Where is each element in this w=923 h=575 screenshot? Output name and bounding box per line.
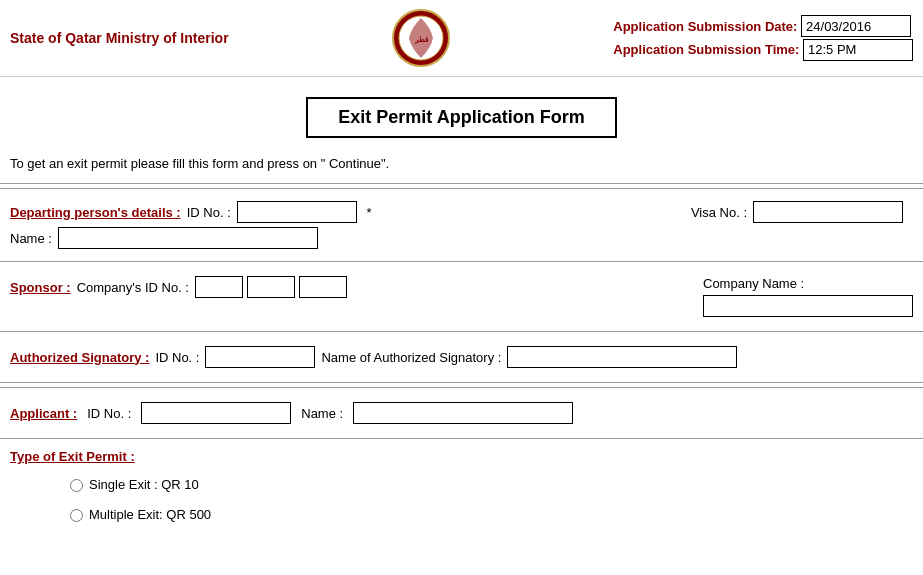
header: State of Qatar Ministry of Interior قطر …: [0, 0, 923, 77]
departing-id-input[interactable]: [237, 201, 357, 223]
departing-name-row: Name :: [10, 227, 913, 249]
applicant-label: Applicant :: [10, 406, 77, 421]
submission-date-label: Application Submission Date:: [613, 19, 797, 34]
departing-section: Departing person's details : ID No. : * …: [0, 193, 923, 257]
authorized-section: Authorized Signatory : ID No. : Name of …: [0, 336, 923, 378]
single-exit-label: Single Exit : QR 10: [89, 472, 199, 498]
departing-name-input[interactable]: [58, 227, 318, 249]
divider-7: [0, 438, 923, 439]
visa-no-label: Visa No. :: [691, 205, 747, 220]
departing-name-label: Name :: [10, 231, 52, 246]
divider-6: [0, 387, 923, 388]
single-exit-radio[interactable]: [70, 479, 83, 492]
applicant-name-label: Name :: [301, 406, 343, 421]
divider-4: [0, 331, 923, 332]
form-title-container: Exit Permit Application Form: [0, 77, 923, 148]
company-id-label: Company's ID No. :: [77, 280, 189, 295]
auth-label: Authorized Signatory :: [10, 350, 149, 365]
departing-visa-input[interactable]: [753, 201, 903, 223]
instruction-text: To get an exit permit please fill this f…: [0, 148, 923, 179]
departing-header-row: Departing person's details : ID No. : * …: [10, 201, 913, 223]
auth-id-input[interactable]: [205, 346, 315, 368]
multiple-exit-label: Multiple Exit: QR 500: [89, 502, 211, 528]
asterisk: *: [363, 205, 372, 220]
company-id-part1[interactable]: [195, 276, 243, 298]
auth-name-input[interactable]: [507, 346, 737, 368]
auth-id-label: ID No. :: [155, 350, 199, 365]
company-id-group: [195, 276, 347, 298]
company-name-input[interactable]: [703, 295, 913, 317]
departing-left: Departing person's details : ID No. : *: [10, 201, 371, 223]
company-id-part2[interactable]: [247, 276, 295, 298]
divider-3: [0, 261, 923, 262]
submission-time-label: Application Submission Time:: [613, 42, 799, 57]
departing-right: Visa No. :: [691, 201, 903, 223]
applicant-section: Applicant : ID No. : Name :: [0, 392, 923, 434]
sponsor-label: Sponsor :: [10, 280, 71, 295]
id-no-label: ID No. :: [187, 205, 231, 220]
submission-info: Application Submission Date: Application…: [613, 15, 913, 62]
departing-section-label: Departing person's details :: [10, 205, 181, 220]
submission-time-value[interactable]: [803, 39, 913, 61]
single-exit-option[interactable]: Single Exit : QR 10: [70, 472, 913, 498]
company-name-label: Company Name :: [703, 276, 804, 291]
qatar-emblem-icon: قطر: [391, 8, 451, 68]
applicant-row: Applicant : ID No. : Name :: [10, 402, 913, 424]
applicant-name-input[interactable]: [353, 402, 573, 424]
exit-permit-section: Type of Exit Permit : Single Exit : QR 1…: [0, 443, 923, 538]
submission-time-row: Application Submission Time:: [613, 38, 913, 61]
auth-name-label: Name of Authorized Signatory :: [321, 350, 501, 365]
form-title: Exit Permit Application Form: [306, 97, 616, 138]
multiple-exit-radio[interactable]: [70, 509, 83, 522]
divider-2: [0, 188, 923, 189]
multiple-exit-option[interactable]: Multiple Exit: QR 500: [70, 502, 913, 528]
divider-5: [0, 382, 923, 383]
applicant-id-input[interactable]: [141, 402, 291, 424]
emblem-container: قطر: [391, 8, 451, 68]
sponsor-left: Sponsor : Company's ID No. :: [10, 276, 347, 298]
exit-permit-label: Type of Exit Permit :: [10, 449, 135, 464]
sponsor-section: Sponsor : Company's ID No. : Company Nam…: [0, 266, 923, 327]
exit-permit-radio-group: Single Exit : QR 10 Multiple Exit: QR 50…: [10, 464, 913, 536]
sponsor-right: Company Name :: [703, 276, 913, 317]
applicant-id-label: ID No. :: [87, 406, 131, 421]
sponsor-inner: Sponsor : Company's ID No. : Company Nam…: [10, 276, 913, 317]
svg-text:قطر: قطر: [413, 36, 428, 44]
auth-row: Authorized Signatory : ID No. : Name of …: [10, 346, 913, 368]
ministry-title: State of Qatar Ministry of Interior: [10, 30, 229, 46]
divider-1: [0, 183, 923, 184]
company-id-part3[interactable]: [299, 276, 347, 298]
submission-date-row: Application Submission Date:: [613, 15, 913, 38]
submission-date-value[interactable]: [801, 15, 911, 37]
